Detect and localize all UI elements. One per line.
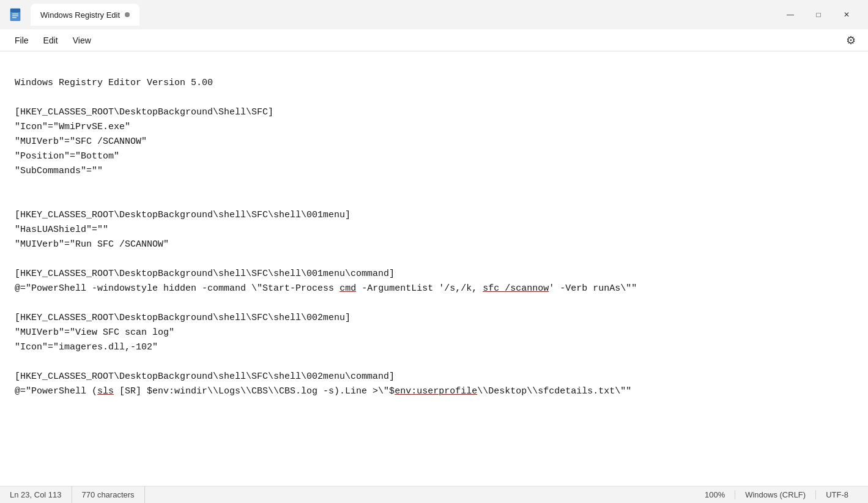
app-icon bbox=[7, 6, 24, 23]
maximize-button[interactable]: □ bbox=[804, 5, 833, 24]
status-line-ending[interactable]: Windows (CRLF) bbox=[735, 490, 815, 499]
svg-rect-2 bbox=[12, 13, 18, 15]
svg-rect-4 bbox=[12, 17, 17, 18]
line-key5: [HKEY_CLASSES_ROOT\DesktopBackground\she… bbox=[15, 371, 395, 382]
settings-icon[interactable]: ⚙ bbox=[841, 31, 861, 50]
line-key1: [HKEY_CLASSES_ROOT\DesktopBackground\She… bbox=[15, 107, 273, 117]
line-subcommands: "SubCommands"="" bbox=[15, 166, 103, 176]
menu-view[interactable]: View bbox=[65, 33, 98, 48]
line-version: Windows Registry Editor Version 5.00 bbox=[15, 78, 213, 88]
menu-bar: File Edit View ⚙ bbox=[0, 29, 868, 51]
title-bar: Windows Registry Edit — □ ✕ bbox=[0, 0, 868, 29]
line-hasluashield: "HasLUAShield"="" bbox=[15, 225, 108, 235]
line-key3: [HKEY_CLASSES_ROOT\DesktopBackground\she… bbox=[15, 269, 395, 279]
svg-rect-1 bbox=[10, 9, 20, 12]
minimize-button[interactable]: — bbox=[776, 5, 804, 24]
editor-area[interactable]: Windows Registry Editor Version 5.00 [HK… bbox=[0, 51, 868, 486]
svg-rect-3 bbox=[12, 15, 18, 17]
status-bar: Ln 23, Col 113 770 characters 100% Windo… bbox=[0, 486, 868, 503]
line-key2: [HKEY_CLASSES_ROOT\DesktopBackground\she… bbox=[15, 210, 351, 220]
line-muiverb2: "MUIVerb"="Run SFC /SCANNOW" bbox=[15, 239, 169, 250]
menu-edit[interactable]: Edit bbox=[36, 33, 65, 48]
editor-content: Windows Registry Editor Version 5.00 [HK… bbox=[15, 61, 853, 414]
status-zoom[interactable]: 100% bbox=[705, 490, 735, 499]
close-button[interactable]: ✕ bbox=[833, 5, 861, 24]
status-encoding[interactable]: UTF-8 bbox=[815, 490, 858, 499]
line-muiverb1: "MUIVerb"="SFC /SCANNOW" bbox=[15, 136, 147, 147]
line-muiverb3: "MUIVerb"="View SFC scan log" bbox=[15, 327, 174, 338]
status-right: 100% Windows (CRLF) UTF-8 bbox=[705, 490, 858, 499]
status-position: Ln 23, Col 113 bbox=[10, 486, 72, 503]
tab-title: Windows Registry Edit bbox=[40, 10, 120, 20]
window-controls: — □ ✕ bbox=[776, 5, 861, 24]
status-characters: 770 characters bbox=[72, 486, 145, 503]
line-icon: "Icon"="WmiPrvSE.exe" bbox=[15, 122, 130, 132]
notepad-icon bbox=[9, 8, 23, 21]
tab-unsaved-dot bbox=[125, 12, 130, 17]
line-command2: @="PowerShell (sls [SR] $env:windir\\Log… bbox=[15, 386, 631, 397]
line-icon2: "Icon"="imageres.dll,-102" bbox=[15, 342, 158, 352]
menu-file[interactable]: File bbox=[7, 33, 36, 48]
line-command1: @="PowerShell -windowstyle hidden -comma… bbox=[15, 283, 637, 294]
active-tab[interactable]: Windows Registry Edit bbox=[31, 4, 139, 26]
line-key4: [HKEY_CLASSES_ROOT\DesktopBackground\she… bbox=[15, 313, 351, 323]
line-position: "Position"="Bottom" bbox=[15, 151, 119, 162]
